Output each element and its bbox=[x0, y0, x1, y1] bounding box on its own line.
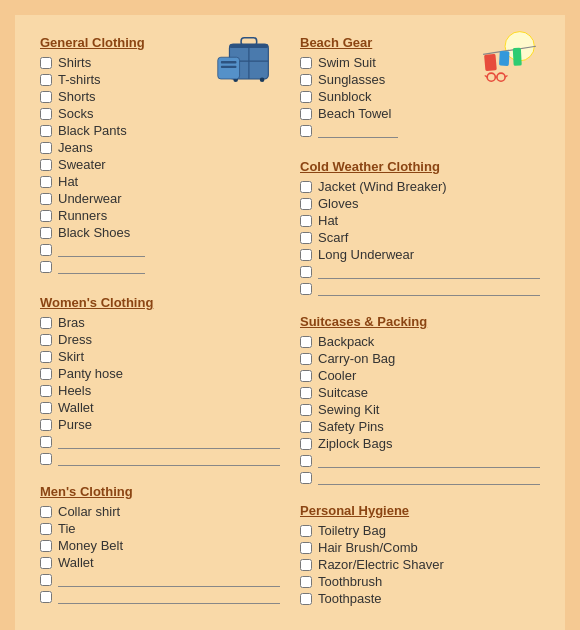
checkbox[interactable] bbox=[40, 436, 52, 448]
blank-line bbox=[40, 260, 145, 274]
list-item: Suitcase bbox=[300, 385, 540, 400]
checkbox[interactable] bbox=[40, 125, 52, 137]
checkbox[interactable] bbox=[40, 142, 52, 154]
checkbox[interactable] bbox=[300, 404, 312, 416]
list-item: T-shirts bbox=[40, 72, 145, 87]
list-item: Ziplock Bags bbox=[300, 436, 540, 451]
checkbox[interactable] bbox=[40, 419, 52, 431]
list-item: Wallet bbox=[40, 555, 280, 570]
checkbox[interactable] bbox=[40, 227, 52, 239]
checklist-page: General Clothing Shirts T-shirts Shorts … bbox=[15, 15, 565, 630]
list-item: Wallet bbox=[40, 400, 280, 415]
checkbox[interactable] bbox=[300, 74, 312, 86]
checkbox[interactable] bbox=[300, 125, 312, 137]
checkbox[interactable] bbox=[40, 193, 52, 205]
list-item: Backpack bbox=[300, 334, 540, 349]
checkbox[interactable] bbox=[300, 215, 312, 227]
checkbox[interactable] bbox=[300, 542, 312, 554]
list-item: Dress bbox=[40, 332, 280, 347]
beach-illustration bbox=[475, 30, 540, 90]
list-item: Beach Towel bbox=[300, 106, 398, 121]
list-item: Gloves bbox=[300, 196, 540, 211]
section-suitcases: Suitcases & Packing Backpack Carry-on Ba… bbox=[300, 314, 540, 485]
list-item: Scarf bbox=[300, 230, 540, 245]
checkbox[interactable] bbox=[40, 244, 52, 256]
list-item: Sunglasses bbox=[300, 72, 398, 87]
checkbox[interactable] bbox=[40, 506, 52, 518]
checkbox[interactable] bbox=[300, 593, 312, 605]
checkbox[interactable] bbox=[300, 421, 312, 433]
checkbox[interactable] bbox=[40, 176, 52, 188]
blank-line bbox=[40, 573, 280, 587]
checkbox[interactable] bbox=[40, 557, 52, 569]
checkbox[interactable] bbox=[40, 261, 52, 273]
list-item: Jeans bbox=[40, 140, 145, 155]
list-item: Sewing Kit bbox=[300, 402, 540, 417]
blank-line bbox=[40, 590, 280, 604]
checkbox[interactable] bbox=[300, 455, 312, 467]
svg-rect-12 bbox=[484, 54, 497, 71]
blank-line bbox=[300, 454, 540, 468]
checkbox[interactable] bbox=[40, 159, 52, 171]
checkbox[interactable] bbox=[300, 370, 312, 382]
checkbox[interactable] bbox=[300, 181, 312, 193]
list-item: Hat bbox=[40, 174, 145, 189]
mens-clothing-title: Men's Clothing bbox=[40, 484, 280, 499]
checkbox[interactable] bbox=[40, 74, 52, 86]
checkbox[interactable] bbox=[40, 91, 52, 103]
cold-weather-title: Cold Weather Clothing bbox=[300, 159, 540, 174]
blank-line bbox=[300, 471, 540, 485]
checkbox[interactable] bbox=[40, 368, 52, 380]
checkbox[interactable] bbox=[300, 108, 312, 120]
section-cold-weather: Cold Weather Clothing Jacket (Wind Break… bbox=[300, 159, 540, 296]
svg-rect-13 bbox=[499, 51, 510, 66]
list-item: Safety Pins bbox=[300, 419, 540, 434]
list-item: Swim Suit bbox=[300, 55, 398, 70]
svg-rect-14 bbox=[513, 48, 522, 66]
checkbox[interactable] bbox=[40, 540, 52, 552]
checkbox[interactable] bbox=[300, 472, 312, 484]
checkbox[interactable] bbox=[300, 198, 312, 210]
checkbox[interactable] bbox=[40, 402, 52, 414]
checkbox[interactable] bbox=[300, 438, 312, 450]
checkbox[interactable] bbox=[40, 57, 52, 69]
checkbox[interactable] bbox=[300, 387, 312, 399]
checkbox[interactable] bbox=[300, 232, 312, 244]
blank-line bbox=[300, 124, 398, 138]
list-item: Money Belt bbox=[40, 538, 280, 553]
suitcases-title: Suitcases & Packing bbox=[300, 314, 540, 329]
checkbox[interactable] bbox=[40, 108, 52, 120]
right-column: Beach Gear Swim Suit Sunglasses Sunblock… bbox=[290, 30, 550, 629]
list-item: Toiletry Bag bbox=[300, 523, 540, 538]
luggage-illustration bbox=[210, 30, 280, 90]
checkbox[interactable] bbox=[300, 525, 312, 537]
checkbox[interactable] bbox=[40, 523, 52, 535]
checkbox[interactable] bbox=[40, 334, 52, 346]
list-item: Cooler bbox=[300, 368, 540, 383]
checkbox[interactable] bbox=[40, 591, 52, 603]
list-item: Razor/Electric Shaver bbox=[300, 557, 540, 572]
list-item: Underwear bbox=[40, 191, 145, 206]
list-item: Collar shirt bbox=[40, 504, 280, 519]
svg-point-15 bbox=[487, 73, 495, 81]
womens-clothing-title: Women's Clothing bbox=[40, 295, 280, 310]
checkbox[interactable] bbox=[40, 453, 52, 465]
checkbox[interactable] bbox=[300, 91, 312, 103]
checkbox[interactable] bbox=[300, 266, 312, 278]
list-item: Hat bbox=[300, 213, 540, 228]
checkbox[interactable] bbox=[40, 574, 52, 586]
blank-line bbox=[300, 282, 540, 296]
checkbox[interactable] bbox=[40, 210, 52, 222]
checkbox[interactable] bbox=[300, 249, 312, 261]
checkbox[interactable] bbox=[300, 353, 312, 365]
checkbox[interactable] bbox=[300, 336, 312, 348]
checkbox[interactable] bbox=[300, 576, 312, 588]
checkbox[interactable] bbox=[40, 351, 52, 363]
checkbox[interactable] bbox=[40, 385, 52, 397]
checkbox[interactable] bbox=[300, 57, 312, 69]
checkbox[interactable] bbox=[300, 283, 312, 295]
checkbox[interactable] bbox=[40, 317, 52, 329]
list-item: Jacket (Wind Breaker) bbox=[300, 179, 540, 194]
list-item: Sunblock bbox=[300, 89, 398, 104]
checkbox[interactable] bbox=[300, 559, 312, 571]
